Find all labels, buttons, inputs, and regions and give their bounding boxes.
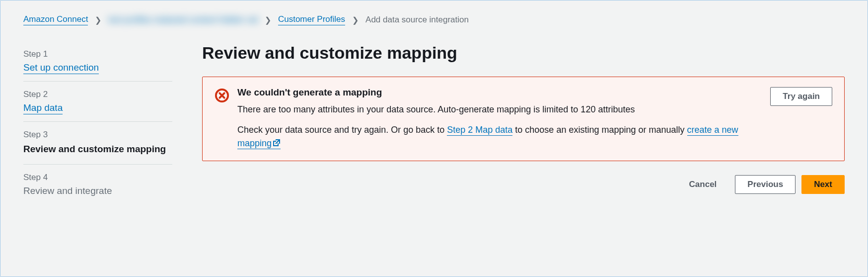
next-button[interactable]: Next: [801, 175, 845, 194]
chevron-right-icon: ❯: [352, 15, 359, 25]
page-title: Review and customize mapping: [202, 43, 845, 63]
step-label: Step 3: [23, 130, 172, 140]
step-label: Step 2: [23, 90, 172, 99]
breadcrumb: Amazon Connect ❯ text profiles redacted …: [0, 0, 868, 33]
breadcrumb-profiles-link[interactable]: Customer Profiles: [278, 14, 345, 25]
error-icon: [215, 88, 229, 105]
try-again-button[interactable]: Try again: [770, 87, 832, 106]
step-label: Step 4: [23, 173, 172, 183]
step-3-current: Step 3 Review and customize mapping: [23, 122, 172, 165]
external-link-icon: [273, 137, 281, 151]
wizard-footer-actions: Cancel Previous Next: [202, 175, 845, 194]
step-2-link[interactable]: Map data: [23, 102, 63, 114]
chevron-right-icon: ❯: [95, 15, 101, 25]
previous-button[interactable]: Previous: [735, 175, 796, 194]
error-text-part: to choose an existing mapping or manuall…: [512, 125, 687, 135]
step-label: Step 1: [23, 49, 172, 59]
step-2: Step 2 Map data: [23, 82, 172, 122]
error-content: We couldn't generate a mapping There are…: [237, 87, 762, 151]
error-line-1: There are too many attributes in your da…: [237, 103, 762, 116]
step-2-map-data-link[interactable]: Step 2 Map data: [447, 125, 512, 136]
step-1-link[interactable]: Set up connection: [23, 62, 99, 74]
main-content: Review and customize mapping We couldn't…: [202, 33, 845, 204]
breadcrumb-current: Add data source integration: [365, 15, 469, 25]
error-line-2: Check your data source and try again. Or…: [237, 123, 762, 151]
error-text-part: Check your data source and try again. Or…: [237, 125, 447, 135]
error-title: We couldn't generate a mapping: [237, 87, 762, 98]
step-4-title: Review and integrate: [23, 185, 172, 196]
wizard-steps-sidebar: Step 1 Set up connection Step 2 Map data…: [23, 33, 172, 204]
step-4: Step 4 Review and integrate: [23, 165, 172, 204]
error-action: Try again: [770, 87, 832, 106]
breadcrumb-redacted: text profiles redacted content hidden va…: [108, 15, 258, 25]
step-3-title: Review and customize mapping: [23, 143, 172, 156]
chevron-right-icon: ❯: [265, 15, 271, 25]
error-alert: We couldn't generate a mapping There are…: [202, 77, 845, 161]
step-1: Step 1 Set up connection: [23, 41, 172, 82]
cancel-button[interactable]: Cancel: [677, 175, 729, 194]
breadcrumb-root-link[interactable]: Amazon Connect: [23, 14, 88, 25]
